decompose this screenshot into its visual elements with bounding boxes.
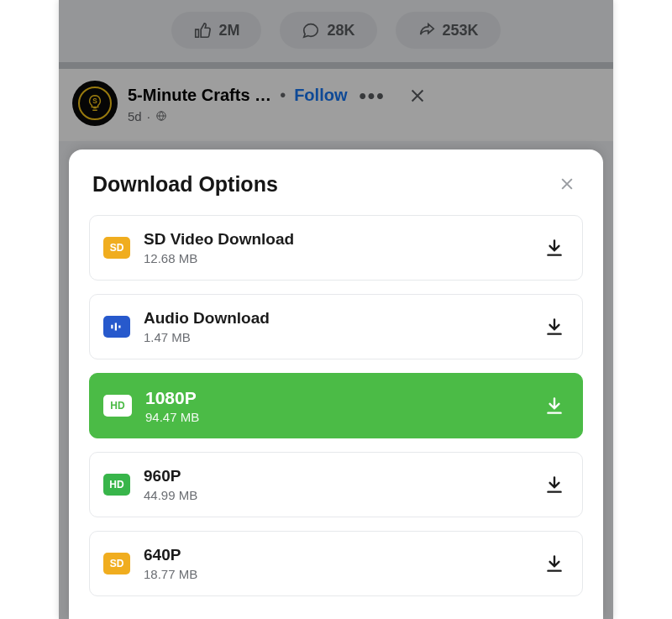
sheet-title: Download Options xyxy=(92,172,278,197)
hd-badge: HD xyxy=(103,474,130,496)
option-title: Audio Download xyxy=(144,309,543,328)
option-title: 640P xyxy=(144,546,543,565)
option-title: SD Video Download xyxy=(144,230,543,249)
download-icon xyxy=(543,474,565,496)
audio-badge xyxy=(103,316,130,338)
option-size: 1.47 MB xyxy=(144,330,543,344)
close-sheet-button[interactable] xyxy=(554,171,580,197)
download-option[interactable]: SD640P18.77 MB xyxy=(89,531,583,596)
hd-badge: HD xyxy=(103,395,132,417)
option-title: 1080P xyxy=(145,387,543,408)
download-icon xyxy=(543,553,565,574)
option-size: 44.99 MB xyxy=(144,488,543,502)
option-size: 94.47 MB xyxy=(145,410,543,424)
sd-badge: SD xyxy=(103,237,130,259)
download-option[interactable]: Audio Download1.47 MB xyxy=(89,294,583,359)
download-option[interactable]: HD960P44.99 MB xyxy=(89,452,583,517)
download-options-sheet: Download Options SDSD Video Download12.6… xyxy=(69,150,603,619)
download-icon xyxy=(543,395,565,417)
download-icon xyxy=(543,316,565,338)
sd-badge: SD xyxy=(103,553,130,574)
option-size: 12.68 MB xyxy=(144,251,543,265)
download-icon xyxy=(543,237,565,259)
download-option[interactable]: SDSD Video Download12.68 MB xyxy=(89,215,583,281)
option-size: 18.77 MB xyxy=(144,567,543,581)
download-option[interactable]: HD1080P94.47 MB xyxy=(89,373,583,438)
close-icon xyxy=(559,176,575,192)
svg-rect-2 xyxy=(111,325,113,329)
svg-rect-4 xyxy=(118,326,120,328)
option-title: 960P xyxy=(144,467,543,486)
svg-rect-3 xyxy=(115,323,117,331)
